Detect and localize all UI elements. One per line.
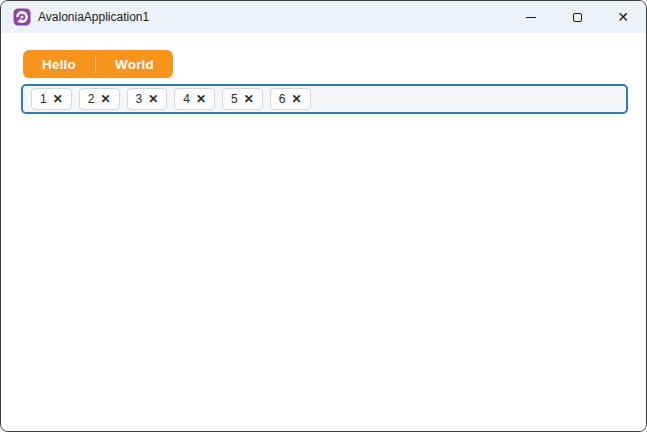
chip-5[interactable]: 5 ✕ (222, 88, 263, 110)
chip-close-icon[interactable]: ✕ (244, 93, 254, 105)
chip-label: 5 (231, 92, 238, 106)
chip-close-icon[interactable]: ✕ (100, 93, 110, 105)
window-controls: ✕ (508, 1, 646, 33)
tab-strip: Hello World (23, 50, 173, 78)
chip-4[interactable]: 4 ✕ (174, 88, 215, 110)
maximize-button[interactable] (554, 1, 600, 33)
chip-label: 6 (279, 92, 286, 106)
chip-label: 1 (40, 92, 47, 106)
window-title: AvaloniaApplication1 (38, 10, 508, 24)
chip-close-icon[interactable]: ✕ (53, 93, 63, 105)
window-content: Hello World 1 ✕ 2 ✕ 3 ✕ 4 ✕ 5 (1, 33, 646, 431)
titlebar[interactable]: AvaloniaApplication1 ✕ (1, 1, 646, 33)
minimize-button[interactable] (508, 1, 554, 33)
close-icon: ✕ (617, 10, 629, 24)
app-window: AvaloniaApplication1 ✕ Hello World 1 ✕ (0, 0, 647, 432)
tab-hello[interactable]: Hello (23, 50, 95, 78)
chip-2[interactable]: 2 ✕ (79, 88, 120, 110)
minimize-icon (526, 17, 536, 18)
close-button[interactable]: ✕ (600, 1, 646, 33)
chip-1[interactable]: 1 ✕ (31, 88, 72, 110)
maximize-icon (573, 13, 582, 22)
chip-close-icon[interactable]: ✕ (291, 93, 301, 105)
chip-close-icon[interactable]: ✕ (148, 93, 158, 105)
chip-label: 3 (136, 92, 143, 106)
chip-3[interactable]: 3 ✕ (127, 88, 168, 110)
chip-6[interactable]: 6 ✕ (270, 88, 311, 110)
chip-label: 2 (88, 92, 95, 106)
avalonia-app-icon (13, 8, 31, 26)
chip-box[interactable]: 1 ✕ 2 ✕ 3 ✕ 4 ✕ 5 ✕ 6 ✕ (21, 84, 628, 114)
chip-close-icon[interactable]: ✕ (196, 93, 206, 105)
chip-label: 4 (183, 92, 190, 106)
tab-world[interactable]: World (96, 50, 173, 78)
